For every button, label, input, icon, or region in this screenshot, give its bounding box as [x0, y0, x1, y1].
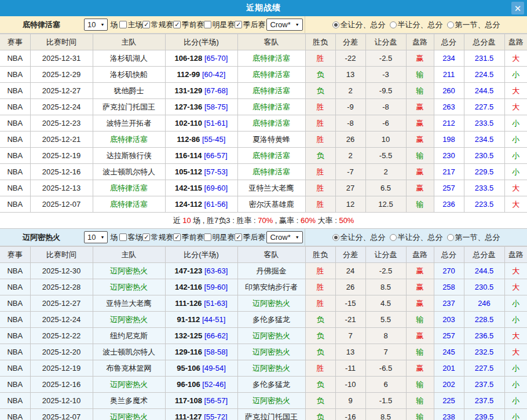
radio-icon[interactable]	[447, 234, 454, 241]
cell-score-diff: -22	[335, 50, 365, 67]
cell-handicap-result: 赢	[406, 164, 434, 180]
cell-score: 111-127 [55-72]	[165, 409, 237, 420]
company-select[interactable]: Crow*▼	[266, 19, 302, 31]
score-fulltime: 95-106	[177, 364, 200, 372]
cell-total-points: 245	[434, 344, 464, 360]
cell-ou-result: 小	[504, 295, 527, 312]
score-halftime: [56-57]	[202, 396, 228, 405]
filter-checkbox-4[interactable]: 季后赛	[235, 232, 265, 243]
filter-checkbox-0[interactable]: 客场	[119, 232, 142, 243]
view-radio-1[interactable]: 半让分、总分	[390, 20, 443, 30]
cell-league: NBA	[0, 295, 30, 312]
view-radio-0[interactable]: 全让分、总分	[332, 232, 386, 243]
score-halftime: [60-42]	[200, 70, 225, 79]
cell-total-points: 225	[434, 393, 464, 409]
cell-total-line: 239.5	[464, 409, 504, 420]
cell-league: NBA	[0, 312, 30, 328]
cell-away-team: 迈阿密热火	[237, 393, 305, 409]
checkbox-icon[interactable]	[119, 233, 127, 241]
checkbox-icon[interactable]	[204, 233, 211, 241]
radio-icon[interactable]	[332, 21, 339, 28]
cell-score-diff: -9	[335, 99, 365, 115]
cell-home-team: 迈阿密热火	[93, 409, 165, 420]
column-header-7: 让分盘	[365, 247, 406, 263]
filter-bar-left: 底特律活塞10▼场主场常规赛季前赛明星赛季后赛Crow*▼	[0, 16, 305, 33]
cell-date: 2025-12-24	[30, 312, 93, 328]
filter-checkbox-0[interactable]: 主场	[119, 20, 142, 30]
checkbox-icon[interactable]	[235, 233, 242, 241]
view-radio-label: 半让分、总分	[398, 232, 443, 243]
cell-ou-result: 小	[504, 409, 527, 420]
score-halftime: [66-57]	[202, 151, 228, 160]
radio-icon[interactable]	[447, 21, 454, 28]
cell-home-team: 达拉斯独行侠	[93, 148, 165, 164]
filter-checkbox-3[interactable]: 明星赛	[204, 20, 235, 30]
view-radio-2[interactable]: 第一节、总分	[447, 232, 500, 243]
cell-date: 2025-12-29	[30, 67, 93, 83]
cell-date: 2025-12-22	[30, 328, 93, 344]
cell-handicap-line: 8.5	[365, 279, 406, 295]
cell-score: 147-123 [63-63]	[165, 263, 237, 279]
cell-away-team: 萨克拉门托国王	[237, 409, 305, 420]
cell-handicap-line: -9.5	[365, 83, 406, 99]
score-fulltime: 116-114	[175, 151, 202, 160]
column-header-10: 总分盘	[464, 34, 504, 50]
cell-handicap-line: -2.5	[365, 50, 406, 67]
filter-checkbox-1[interactable]: 常规赛	[142, 232, 173, 243]
view-radio-1[interactable]: 半让分、总分	[390, 232, 443, 243]
checkbox-icon[interactable]	[119, 21, 127, 28]
cell-score: 131-129 [67-68]	[165, 83, 237, 99]
cell-home-team: 萨克拉门托国王	[93, 99, 165, 115]
filter-checkbox-3[interactable]: 明星赛	[204, 232, 235, 243]
filter-checkbox-2[interactable]: 季前赛	[173, 20, 204, 30]
filter-checkbox-1[interactable]: 常规赛	[142, 20, 173, 30]
cell-handicap-result: 赢	[406, 279, 434, 295]
filter-checkbox-2[interactable]: 季前赛	[173, 232, 204, 243]
table-row: NBA2025-12-24迈阿密热火91-112 [44-51]多伦多猛龙负-2…	[0, 312, 527, 328]
cell-handicap-result: 赢	[406, 180, 434, 196]
radio-icon[interactable]	[332, 234, 339, 241]
column-header-0: 赛事	[0, 34, 30, 50]
cell-ou-result: 小	[504, 360, 527, 377]
results-table-pistons: 赛事比赛时间主队比分(半场)客队胜负分差让分盘盘路总分总分盘盘路NBA2025-…	[0, 34, 527, 213]
checkbox-icon[interactable]	[235, 21, 242, 28]
table-row: NBA2025-12-31洛杉矶湖人106-128 [65-70]底特律活塞胜-…	[0, 50, 527, 67]
column-header-0: 赛事	[0, 247, 30, 263]
checkbox-icon[interactable]	[173, 21, 181, 28]
filter-checkbox-label: 常规赛	[151, 20, 173, 30]
checkbox-icon[interactable]	[142, 233, 150, 241]
cell-score-diff: 26	[335, 279, 365, 295]
cell-handicap-line: -3	[365, 67, 406, 83]
score-fulltime: 111-126	[175, 299, 202, 308]
cell-result: 负	[305, 344, 335, 360]
cell-total-points: 201	[434, 360, 464, 377]
view-radio-0[interactable]: 全让分、总分	[332, 20, 386, 30]
cell-total-points: 202	[434, 377, 464, 393]
company-select[interactable]: Crow*▼	[266, 231, 302, 243]
cell-ou-result: 小	[504, 377, 527, 393]
radio-icon[interactable]	[390, 21, 397, 28]
cell-handicap-result: 输	[406, 83, 434, 99]
cell-league: NBA	[0, 263, 30, 279]
cell-league: NBA	[0, 393, 30, 409]
summary-text-segment: 50%	[339, 216, 354, 225]
games-count-select[interactable]: 10▼	[84, 19, 108, 31]
radio-icon[interactable]	[390, 234, 397, 241]
checkbox-icon[interactable]	[142, 21, 150, 28]
table-row: NBA2025-12-19达拉斯独行侠116-114 [66-57]底特律活塞负…	[0, 148, 527, 164]
checkbox-icon[interactable]	[173, 233, 181, 241]
cell-score-diff: 13	[335, 67, 365, 83]
filter-checkbox-4[interactable]: 季后赛	[235, 20, 265, 30]
cell-date: 2025-12-21	[30, 132, 93, 148]
table-row: NBA2025-12-23波特兰开拓者102-110 [51-61]底特律活塞胜…	[0, 115, 527, 132]
table-row: NBA2025-12-30迈阿密热火147-123 [63-63]丹佛掘金胜24…	[0, 263, 527, 279]
view-radio-2[interactable]: 第一节、总分	[447, 20, 500, 30]
table-row: NBA2025-12-22纽约尼克斯132-125 [66-62]迈阿密热火负7…	[0, 328, 527, 344]
close-button[interactable]: ✕	[511, 2, 524, 14]
column-header-9: 总分	[434, 34, 464, 50]
cell-ou-result: 小	[504, 115, 527, 132]
checkbox-icon[interactable]	[204, 21, 211, 28]
cell-date: 2025-12-31	[30, 50, 93, 67]
cell-home-team: 波士顿凯尔特人	[93, 344, 165, 360]
games-count-select[interactable]: 10▼	[84, 231, 108, 243]
